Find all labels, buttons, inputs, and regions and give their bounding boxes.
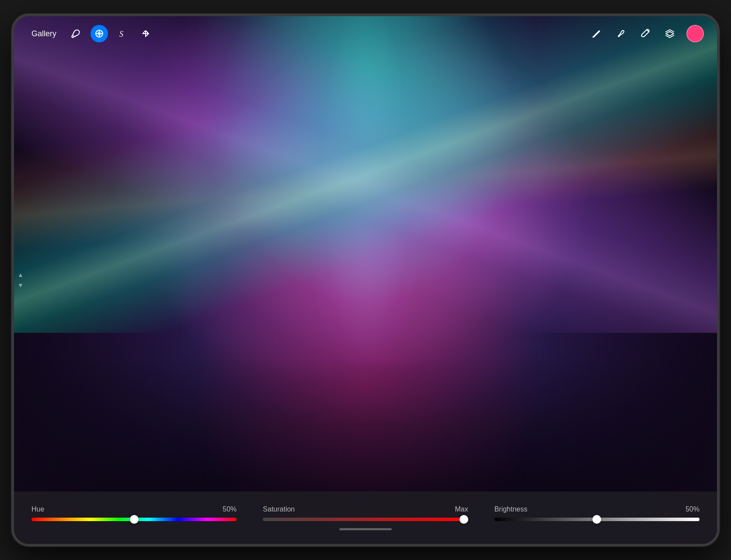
side-arrow-up[interactable]: ▲ bbox=[17, 271, 24, 278]
saturation-slider-thumb[interactable] bbox=[459, 515, 468, 524]
brightness-slider-track[interactable] bbox=[494, 518, 700, 521]
artwork bbox=[14, 16, 717, 544]
brightness-slider-group: Brightness 50% bbox=[494, 505, 700, 521]
hue-slider-thumb[interactable] bbox=[130, 515, 139, 524]
wrench-icon-button[interactable] bbox=[68, 26, 84, 41]
hue-label: Hue bbox=[31, 505, 44, 513]
side-arrow-down[interactable]: ▼ bbox=[17, 282, 24, 289]
smudge-mode-button[interactable]: S bbox=[115, 26, 131, 41]
brightness-label: Brightness bbox=[494, 505, 528, 513]
eraser-button[interactable] bbox=[637, 26, 653, 41]
saturation-slider-header: Saturation Max bbox=[263, 505, 468, 513]
brightness-slider-thumb[interactable] bbox=[592, 515, 601, 524]
smudge-tool-button[interactable] bbox=[613, 26, 629, 41]
brightness-slider-header: Brightness 50% bbox=[494, 505, 700, 513]
toolbar-left: Gallery S bbox=[27, 25, 153, 42]
saturation-label: Saturation bbox=[263, 505, 295, 513]
top-toolbar: Gallery S bbox=[14, 16, 717, 51]
layers-button[interactable] bbox=[662, 26, 678, 41]
hue-slider-group: Hue 50% bbox=[31, 505, 237, 521]
hue-value: 50% bbox=[223, 505, 237, 513]
adjustments-button[interactable] bbox=[91, 25, 108, 42]
home-indicator bbox=[339, 528, 392, 530]
transform-button[interactable] bbox=[138, 26, 153, 41]
bottom-controls-panel: Hue 50% Saturation Max bbox=[14, 491, 717, 544]
sliders-row: Hue 50% Saturation Max bbox=[31, 505, 700, 521]
color-picker-button[interactable] bbox=[686, 25, 704, 42]
saturation-slider-group: Saturation Max bbox=[263, 505, 468, 521]
svg-point-0 bbox=[73, 35, 74, 37]
toolbar-right bbox=[588, 25, 704, 42]
hue-slider-track[interactable] bbox=[31, 518, 237, 521]
device-frame: Gallery S bbox=[11, 14, 720, 546]
side-toolbar: ▲ ▼ bbox=[17, 271, 24, 289]
canvas-area[interactable] bbox=[14, 16, 717, 544]
hue-slider-header: Hue 50% bbox=[31, 505, 237, 513]
brush-tool-button[interactable] bbox=[588, 26, 604, 41]
gallery-button[interactable]: Gallery bbox=[27, 27, 61, 41]
svg-text:S: S bbox=[119, 30, 123, 38]
saturation-value: Max bbox=[455, 505, 468, 513]
saturation-slider-track[interactable] bbox=[263, 518, 468, 521]
brightness-value: 50% bbox=[686, 505, 700, 513]
